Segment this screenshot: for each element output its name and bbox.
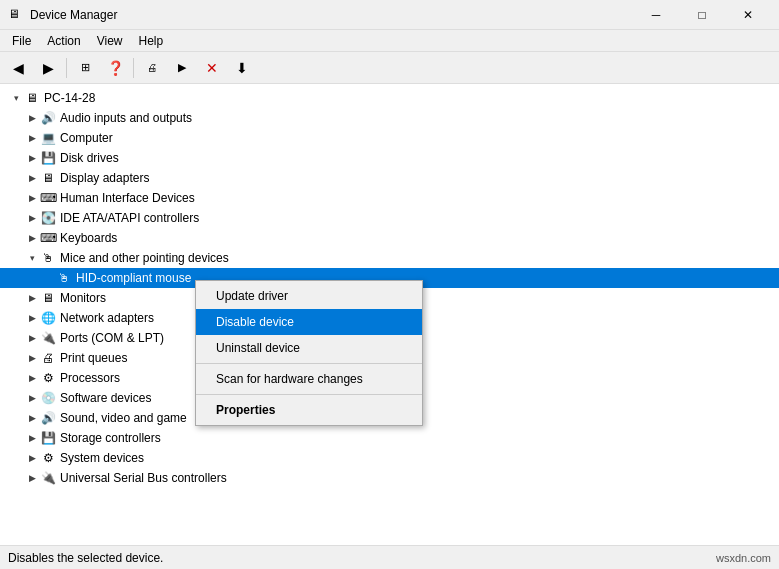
network-expand-icon[interactable]: ▶ [24, 310, 40, 326]
processors-expand-icon[interactable]: ▶ [24, 370, 40, 386]
computer-label: Computer [60, 131, 113, 145]
audio-icon: 🔊 [40, 110, 56, 126]
computer-device-icon: 💻 [40, 130, 56, 146]
monitors-icon: 🖥 [40, 290, 56, 306]
disk-label: Disk drives [60, 151, 119, 165]
display-expand-icon[interactable]: ▶ [24, 170, 40, 186]
storage-expand-icon[interactable]: ▶ [24, 430, 40, 446]
sound-expand-icon[interactable]: ▶ [24, 410, 40, 426]
toolbar-scan[interactable]: ⬇ [228, 55, 256, 81]
tree-item-mice[interactable]: ▾ 🖱 Mice and other pointing devices [0, 248, 779, 268]
usb-expand-icon[interactable]: ▶ [24, 470, 40, 486]
context-menu: Update driver Disable device Uninstall d… [195, 280, 423, 426]
print-label: Print queues [60, 351, 127, 365]
audio-label: Audio inputs and outputs [60, 111, 192, 125]
ctx-separator-2 [196, 394, 422, 395]
menu-action[interactable]: Action [39, 32, 88, 50]
network-icon: 🌐 [40, 310, 56, 326]
usb-label: Universal Serial Bus controllers [60, 471, 227, 485]
hid-icon: ⌨ [40, 190, 56, 206]
menu-help[interactable]: Help [131, 32, 172, 50]
toolbar: ◀ ▶ ⊞ ❓ 🖨 ▶ ✕ ⬇ [0, 52, 779, 84]
mice-label: Mice and other pointing devices [60, 251, 229, 265]
tree-item-system[interactable]: ▶ ⚙ System devices [0, 448, 779, 468]
storage-label: Storage controllers [60, 431, 161, 445]
menu-file[interactable]: File [4, 32, 39, 50]
network-label: Network adapters [60, 311, 154, 325]
minimize-button[interactable]: ─ [633, 0, 679, 30]
toolbar-back[interactable]: ◀ [4, 55, 32, 81]
ide-label: IDE ATA/ATAPI controllers [60, 211, 199, 225]
monitors-expand-icon[interactable]: ▶ [24, 290, 40, 306]
tree-item-hid[interactable]: ▶ ⌨ Human Interface Devices [0, 188, 779, 208]
ctx-uninstall-device[interactable]: Uninstall device [196, 335, 422, 361]
hid-label: Human Interface Devices [60, 191, 195, 205]
monitors-label: Monitors [60, 291, 106, 305]
keyboards-label: Keyboards [60, 231, 117, 245]
app-icon: 🖥 [8, 7, 24, 23]
computer-icon: 🖥 [24, 90, 40, 106]
mice-icon: 🖱 [40, 250, 56, 266]
root-expand-icon[interactable]: ▾ [8, 90, 24, 106]
tree-item-display[interactable]: ▶ 🖥 Display adapters [0, 168, 779, 188]
ctx-update-driver[interactable]: Update driver [196, 283, 422, 309]
system-icon: ⚙ [40, 450, 56, 466]
ctx-disable-device[interactable]: Disable device [196, 309, 422, 335]
ctx-scan-hardware[interactable]: Scan for hardware changes [196, 366, 422, 392]
disk-expand-icon[interactable]: ▶ [24, 150, 40, 166]
toolbar-forward[interactable]: ▶ [34, 55, 62, 81]
system-expand-icon[interactable]: ▶ [24, 450, 40, 466]
toolbar-disable[interactable]: ✕ [198, 55, 226, 81]
software-expand-icon[interactable]: ▶ [24, 390, 40, 406]
display-label: Display adapters [60, 171, 149, 185]
hid-mouse-label: HID-compliant mouse [76, 271, 191, 285]
maximize-button[interactable]: □ [679, 0, 725, 30]
computer-expand-icon[interactable]: ▶ [24, 130, 40, 146]
ide-icon: 💽 [40, 210, 56, 226]
system-label: System devices [60, 451, 144, 465]
hid-mouse-expand-icon [40, 270, 56, 286]
window-title: Device Manager [30, 8, 633, 22]
tree-item-keyboards[interactable]: ▶ ⌨ Keyboards [0, 228, 779, 248]
close-button[interactable]: ✕ [725, 0, 771, 30]
tree-item-audio[interactable]: ▶ 🔊 Audio inputs and outputs [0, 108, 779, 128]
status-text: Disables the selected device. [8, 551, 163, 565]
menu-bar: File Action View Help [0, 30, 779, 52]
menu-view[interactable]: View [89, 32, 131, 50]
toolbar-uninstall[interactable]: ▶ [168, 55, 196, 81]
print-expand-icon[interactable]: ▶ [24, 350, 40, 366]
toolbar-update[interactable]: 🖨 [138, 55, 166, 81]
tree-item-usb[interactable]: ▶ 🔌 Universal Serial Bus controllers [0, 468, 779, 488]
print-icon: 🖨 [40, 350, 56, 366]
tree-item-storage[interactable]: ▶ 💾 Storage controllers [0, 428, 779, 448]
sound-label: Sound, video and game [60, 411, 187, 425]
processors-icon: ⚙ [40, 370, 56, 386]
status-bar: Disables the selected device. wsxdn.com [0, 545, 779, 569]
root-label: PC-14-28 [44, 91, 95, 105]
tree-item-disk[interactable]: ▶ 💾 Disk drives [0, 148, 779, 168]
software-icon: 💿 [40, 390, 56, 406]
ports-icon: 🔌 [40, 330, 56, 346]
ide-expand-icon[interactable]: ▶ [24, 210, 40, 226]
hid-expand-icon[interactable]: ▶ [24, 190, 40, 206]
ctx-properties[interactable]: Properties [196, 397, 422, 423]
tree-root[interactable]: ▾ 🖥 PC-14-28 [0, 88, 779, 108]
ports-label: Ports (COM & LPT) [60, 331, 164, 345]
ports-expand-icon[interactable]: ▶ [24, 330, 40, 346]
tree-item-ide[interactable]: ▶ 💽 IDE ATA/ATAPI controllers [0, 208, 779, 228]
sound-icon: 🔊 [40, 410, 56, 426]
toolbar-sep-1 [66, 58, 67, 78]
storage-icon: 💾 [40, 430, 56, 446]
keyboards-icon: ⌨ [40, 230, 56, 246]
tree-item-computer[interactable]: ▶ 💻 Computer [0, 128, 779, 148]
main-area: ▾ 🖥 PC-14-28 ▶ 🔊 Audio inputs and output… [0, 84, 779, 545]
title-bar: 🖥 Device Manager ─ □ ✕ [0, 0, 779, 30]
software-label: Software devices [60, 391, 151, 405]
toolbar-properties[interactable]: ⊞ [71, 55, 99, 81]
audio-expand-icon[interactable]: ▶ [24, 110, 40, 126]
keyboards-expand-icon[interactable]: ▶ [24, 230, 40, 246]
mice-expand-icon[interactable]: ▾ [24, 250, 40, 266]
usb-icon: 🔌 [40, 470, 56, 486]
toolbar-help[interactable]: ❓ [101, 55, 129, 81]
ctx-separator-1 [196, 363, 422, 364]
